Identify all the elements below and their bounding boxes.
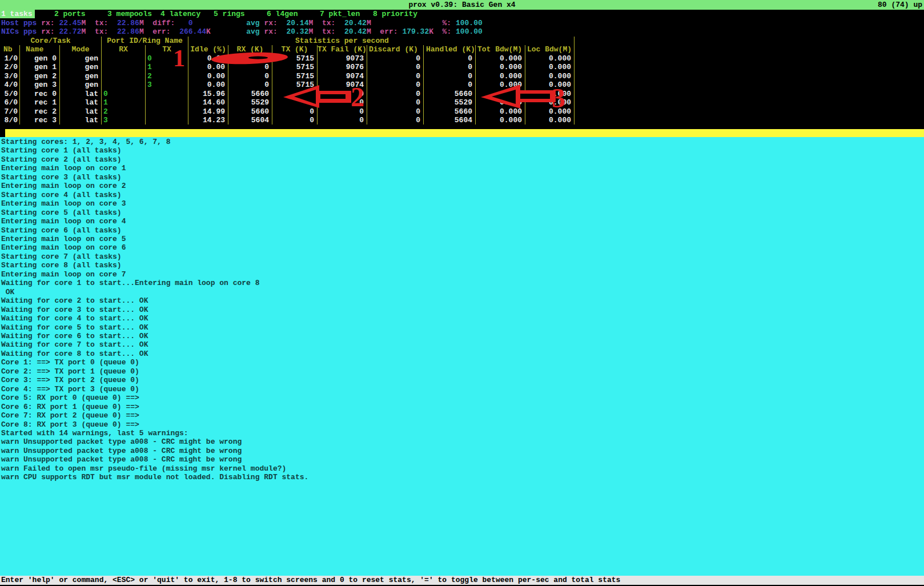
tab-7-pkt_len[interactable]: 7 pkt_len xyxy=(320,10,373,19)
cell-idle: 0.00 xyxy=(188,81,228,89)
column-header-name: Name xyxy=(20,45,60,54)
log-line: Core 8: RX port 3 (queue 0) ==> xyxy=(0,420,924,429)
uptime-counter: 80 (74) up xyxy=(878,0,922,10)
log-line: Starting core 2 (all tasks) xyxy=(0,155,924,164)
column-header-discard-k-: Discard (K) xyxy=(367,45,424,54)
cell-tot_bdw: 0.000 xyxy=(476,116,525,125)
cell-rx_k: 5604 xyxy=(228,116,272,125)
cell-tx_port: 1 xyxy=(146,63,188,71)
log-line: Entering main loop on core 2 xyxy=(0,182,924,190)
cell-rx_port: 0 xyxy=(102,90,146,98)
cell-name: gen 0 xyxy=(20,54,60,63)
cell-mode: gen xyxy=(60,54,102,63)
cell-rx_port: 1 xyxy=(102,98,146,107)
cell-mode: lat xyxy=(60,98,102,107)
cell-loc_bdw: 0.000 xyxy=(525,107,575,116)
cell-handled_k: 0 xyxy=(424,72,476,81)
cell-loc_bdw: 0.000 xyxy=(525,116,575,125)
tab-bar: 1 tasks2 ports3 mempools4 latency5 rings… xyxy=(0,10,924,19)
stats-lines: Host pps rx: 22.45M tx: 22.86M diff: 0 a… xyxy=(1,19,483,37)
table-row: 4/0gen 3gen30.00057159074000.0000.000 xyxy=(0,81,575,89)
log-line: Starting core 8 (all tasks) xyxy=(0,261,924,270)
cell-discard_k: 0 xyxy=(367,107,424,116)
log-line: Waiting for core 5 to start... OK xyxy=(0,323,924,332)
cell-discard_k: 0 xyxy=(367,54,424,63)
tab-1-tasks[interactable]: 1 tasks xyxy=(1,10,54,19)
cell-nb: 2/0 xyxy=(0,63,20,71)
cell-handled_k: 5529 xyxy=(424,98,476,107)
column-header-nb: Nb xyxy=(0,45,20,54)
group-header-port-ring: Port ID/Ring Name xyxy=(102,37,188,45)
log-line: Starting core 6 (all tasks) xyxy=(0,226,924,235)
cell-rx_k: 5660 xyxy=(228,107,272,116)
column-header-idle-: Idle (%) xyxy=(188,45,228,54)
cell-tx_fail_k: 9076 xyxy=(318,63,367,71)
table-row: 5/0rec 0lat015.96566000056600.0000.000 xyxy=(0,90,575,98)
table-row: 8/0rec 3lat314.23560400056040.0000.000 xyxy=(0,116,575,125)
cell-tot_bdw: 0.000 xyxy=(476,107,525,116)
tab-8-priority[interactable]: 8 priority xyxy=(373,10,426,19)
tab-label: 5 rings xyxy=(214,10,245,18)
log-line: Starting cores: 1, 2, 3, 4, 5, 6, 7, 8 xyxy=(0,138,924,146)
cell-tx_k: 0 xyxy=(272,107,318,116)
cell-tx_fail_k: 0 xyxy=(318,116,367,125)
column-header-rx-k-: RX (K) xyxy=(228,45,272,54)
cell-tx_port xyxy=(146,116,188,125)
cell-handled_k: 5604 xyxy=(424,116,476,125)
cell-tot_bdw: 0.000 xyxy=(476,90,525,98)
cell-nb: 4/0 xyxy=(0,81,20,89)
log-line: Entering main loop on core 3 xyxy=(0,199,924,208)
tab-3-mempools[interactable]: 3 mempools xyxy=(107,10,160,19)
cell-loc_bdw: 0.000 xyxy=(525,63,575,71)
log-line: warn Failed to open msr pseudo-file (mis… xyxy=(0,464,924,473)
log-line: Core 1: ==> TX port 0 (queue 0) xyxy=(0,358,924,367)
tab-5-rings[interactable]: 5 rings xyxy=(214,10,267,19)
cell-rx_port: 3 xyxy=(102,116,146,125)
log-line: Starting core 4 (all tasks) xyxy=(0,191,924,199)
column-header-tx: TX xyxy=(146,45,188,54)
log-line: Entering main loop on core 5 xyxy=(0,235,924,243)
cell-tx_port: 3 xyxy=(146,81,188,89)
tab-label: 3 mempools xyxy=(107,10,152,18)
tab-4-latency[interactable]: 4 latency xyxy=(160,10,214,19)
log-line: warn Unsupported packet type a008 - CRC … xyxy=(0,455,924,464)
tab-label: 6 l4gen xyxy=(267,10,298,18)
table-column-header-row: NbNameModeRXTXIdle (%)RX (K)TX (K)TX Fai… xyxy=(0,45,575,54)
tab-2-ports[interactable]: 2 ports xyxy=(54,10,107,19)
cell-mode: lat xyxy=(60,107,102,116)
table-row: 2/0gen 1gen10.00057159076000.0000.000 xyxy=(0,63,575,71)
cell-handled_k: 5660 xyxy=(424,90,476,98)
cell-handled_k: 0 xyxy=(424,54,476,63)
cell-tx_fail_k: 0 xyxy=(318,90,367,98)
cell-handled_k: 0 xyxy=(424,63,476,71)
column-header-loc-bdw-m-: Loc Bdw(M) xyxy=(525,45,575,54)
cell-name: gen 1 xyxy=(20,63,60,71)
cell-tx_port xyxy=(146,98,188,107)
tab-6-l4gen[interactable]: 6 l4gen xyxy=(267,10,320,19)
cell-rx_port xyxy=(102,72,146,81)
cell-tot_bdw: 0.000 xyxy=(476,72,525,81)
cell-name: gen 3 xyxy=(20,81,60,89)
log-line: Starting core 3 (all tasks) xyxy=(0,173,924,182)
cell-tx_fail_k: 9073 xyxy=(318,54,367,63)
cell-tx_port xyxy=(146,107,188,116)
stats-line-1: Host pps rx: 22.45M tx: 22.86M diff: 0 a… xyxy=(1,19,483,27)
cell-name: rec 2 xyxy=(20,107,60,116)
cell-rx_k: 0 xyxy=(228,63,272,71)
cell-tx_port: 2 xyxy=(146,72,188,81)
log-line: Core 4: ==> TX port 3 (queue 0) xyxy=(0,385,924,394)
cell-idle: 15.96 xyxy=(188,90,228,98)
stats-table: Core/Task Port ID/Ring Name Statistics p… xyxy=(0,37,575,125)
column-header-rx: RX xyxy=(102,45,146,54)
cell-tx_k: 0 xyxy=(272,98,318,107)
log-line: Entering main loop on core 7 xyxy=(0,270,924,279)
cell-discard_k: 0 xyxy=(367,81,424,89)
cell-name: rec 0 xyxy=(20,90,60,98)
cell-mode: gen xyxy=(60,81,102,89)
cell-rx_port: 2 xyxy=(102,107,146,116)
cursor-block xyxy=(0,129,5,137)
log-line: OK xyxy=(0,288,924,296)
cell-tx_k: 0 xyxy=(272,116,318,125)
log-line: Waiting for core 1 to start...Entering m… xyxy=(0,279,924,287)
log-line: Core 3: ==> TX port 2 (queue 0) xyxy=(0,376,924,384)
